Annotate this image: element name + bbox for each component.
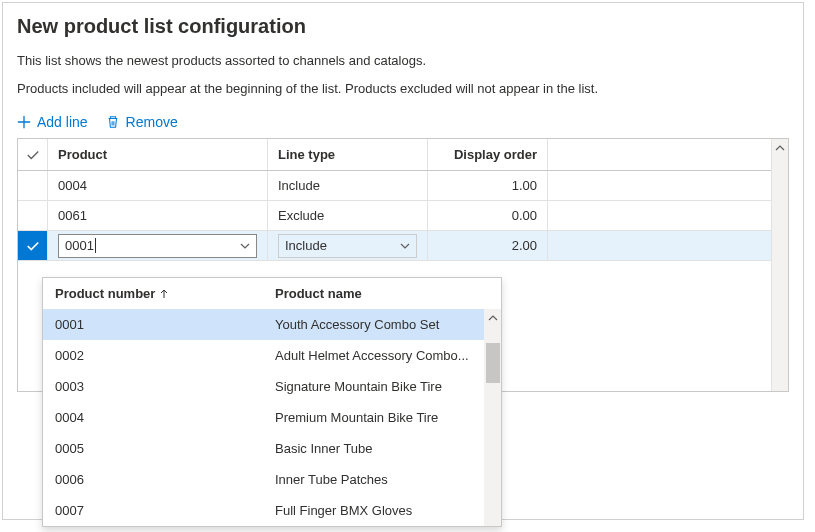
option-name: Inner Tube Patches (275, 472, 489, 487)
add-line-button[interactable]: Add line (17, 114, 88, 130)
option-number: 0004 (55, 410, 275, 425)
option-name: Premium Mountain Bike Tire (275, 410, 489, 425)
option-number: 0006 (55, 472, 275, 487)
product-lookup-dropdown: Product number Product name 0001Youth Ac… (42, 277, 502, 527)
option-number: 0001 (55, 317, 275, 332)
dropdown-name-header[interactable]: Product name (275, 286, 489, 301)
grid-scrollbar[interactable] (771, 139, 788, 391)
product-value: 0001 (65, 238, 94, 253)
option-number: 0005 (55, 441, 275, 456)
linetype-cell[interactable]: Include (268, 171, 428, 200)
grid-body: 0004Include1.000061Exclude0.000001Includ… (18, 171, 788, 261)
remove-button[interactable]: Remove (106, 114, 178, 130)
description-2: Products included will appear at the beg… (17, 80, 789, 98)
select-all-header[interactable] (18, 139, 48, 170)
option-number: 0007 (55, 503, 275, 518)
option-name: Adult Helmet Accessory Combo... (275, 348, 489, 363)
dropdown-scroll-up[interactable] (484, 309, 501, 326)
dropdown-option[interactable]: 0002Adult Helmet Accessory Combo... (43, 340, 501, 371)
product-cell[interactable]: 0001 (48, 231, 268, 260)
plus-icon (17, 115, 31, 129)
dropdown-option[interactable]: 0003Signature Mountain Bike Tire (43, 371, 501, 402)
linetype-cell[interactable]: Exclude (268, 201, 428, 230)
product-cell[interactable]: 0061 (48, 201, 268, 230)
dropdown-option[interactable]: 0006Inner Tube Patches (43, 464, 501, 495)
linetype-column-header[interactable]: Line type (268, 139, 428, 170)
order-cell[interactable]: 2.00 (428, 231, 548, 260)
option-name: Basic Inner Tube (275, 441, 489, 456)
dropdown-scrollbar[interactable] (484, 309, 501, 526)
order-cell[interactable]: 0.00 (428, 201, 548, 230)
option-name: Signature Mountain Bike Tire (275, 379, 489, 394)
trash-icon (106, 115, 120, 129)
dropdown-option[interactable]: 0005Basic Inner Tube (43, 433, 501, 464)
remove-label: Remove (126, 114, 178, 130)
chevron-down-icon[interactable] (400, 241, 410, 251)
check-icon (26, 239, 40, 253)
grid-header: Product Line type Display order (18, 139, 788, 171)
dropdown-number-label: Product number (55, 286, 155, 301)
order-cell[interactable]: 1.00 (428, 171, 548, 200)
scroll-up-button[interactable] (772, 139, 789, 156)
check-icon (26, 148, 40, 162)
dropdown-body: 0001Youth Accessory Combo Set0002Adult H… (43, 309, 501, 526)
option-name: Youth Accessory Combo Set (275, 317, 489, 332)
add-line-label: Add line (37, 114, 88, 130)
option-number: 0003 (55, 379, 275, 394)
scrollbar-thumb[interactable] (486, 343, 500, 383)
order-column-header[interactable]: Display order (428, 139, 548, 170)
dropdown-number-header[interactable]: Product number (55, 286, 275, 301)
row-checkbox[interactable] (18, 231, 48, 260)
table-row[interactable]: 0004Include1.00 (18, 171, 788, 201)
chevron-up-icon (488, 313, 498, 323)
toolbar: Add line Remove (17, 114, 789, 130)
dropdown-option[interactable]: 0001Youth Accessory Combo Set (43, 309, 501, 340)
text-caret (95, 238, 96, 253)
table-row[interactable]: 0001Include2.00 (18, 231, 788, 261)
linetype-select[interactable]: Include (278, 234, 417, 258)
linetype-value: Include (285, 238, 327, 253)
sort-ascending-icon (159, 289, 169, 299)
chevron-up-icon (775, 143, 785, 153)
row-checkbox[interactable] (18, 201, 48, 230)
dropdown-option[interactable]: 0007Full Finger BMX Gloves (43, 495, 501, 526)
page-title: New product list configuration (17, 15, 789, 38)
product-column-header[interactable]: Product (48, 139, 268, 170)
row-checkbox[interactable] (18, 171, 48, 200)
linetype-cell[interactable]: Include (268, 231, 428, 260)
dropdown-option[interactable]: 0004Premium Mountain Bike Tire (43, 402, 501, 433)
table-row[interactable]: 0061Exclude0.00 (18, 201, 788, 231)
product-input[interactable]: 0001 (58, 234, 257, 258)
description-1: This list shows the newest products asso… (17, 52, 789, 70)
option-name: Full Finger BMX Gloves (275, 503, 489, 518)
option-number: 0002 (55, 348, 275, 363)
chevron-down-icon[interactable] (240, 241, 250, 251)
product-cell[interactable]: 0004 (48, 171, 268, 200)
dropdown-header: Product number Product name (43, 278, 501, 309)
